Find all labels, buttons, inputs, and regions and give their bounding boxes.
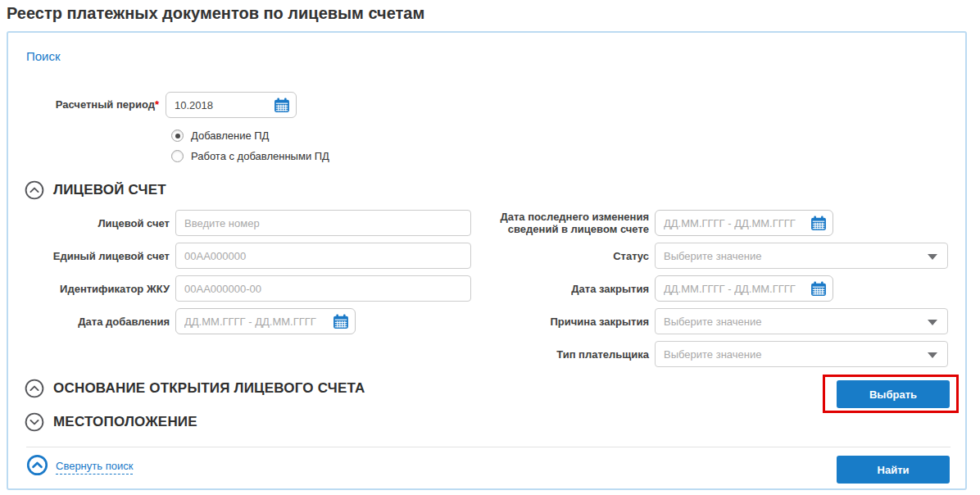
- section-location[interactable]: МЕСТОПОЛОЖЕНИЕ: [25, 412, 197, 432]
- radio-work-with-added-pd-label: Работа с добавленными ПД: [191, 150, 329, 162]
- date-added-label: Дата добавления: [8, 316, 170, 328]
- account-number-label: Лицевой счет: [8, 217, 170, 229]
- chevron-up-circle-icon[interactable]: [25, 180, 44, 200]
- status-select[interactable]: Выберите значение: [655, 243, 948, 269]
- find-button[interactable]: Найти: [837, 456, 950, 484]
- date-last-modified-label: Дата последнего изменения сведений в лиц…: [467, 211, 649, 235]
- section-account[interactable]: ЛИЦЕВОЙ СЧЕТ: [25, 180, 166, 200]
- radio-button-icon[interactable]: [171, 150, 184, 162]
- calendar-icon[interactable]: [333, 314, 349, 329]
- closing-reason-label: Причина закрытия: [467, 316, 649, 328]
- billing-period-field: [166, 92, 297, 118]
- section-account-title: ЛИЦЕВОЙ СЧЕТ: [53, 182, 166, 198]
- section-location-title: МЕСТОПОЛОЖЕНИЕ: [53, 414, 197, 430]
- date-closed-input[interactable]: [656, 276, 833, 301]
- payer-type-select[interactable]: Выберите значение: [655, 341, 948, 367]
- select-basis-button[interactable]: Выбрать: [837, 380, 950, 408]
- housing-service-id-input[interactable]: [175, 275, 471, 302]
- dropdown-caret-icon: [928, 320, 937, 325]
- unified-account-label: Единый лицевой счет: [8, 250, 170, 262]
- calendar-icon[interactable]: [810, 281, 827, 297]
- search-panel-title[interactable]: Поиск: [26, 49, 61, 63]
- chevron-down-circle-icon[interactable]: [25, 412, 44, 432]
- date-added-input[interactable]: [176, 309, 355, 334]
- status-select-value: Выберите значение: [664, 250, 761, 262]
- required-asterisk: *: [155, 98, 159, 111]
- footer-divider: [26, 447, 951, 447]
- billing-period-label: Расчетный период*: [8, 98, 159, 111]
- closing-reason-select[interactable]: Выберите значение: [655, 308, 948, 334]
- calendar-icon[interactable]: [810, 216, 827, 231]
- collapse-search-link[interactable]: Свернуть поиск: [56, 460, 133, 475]
- unified-account-input[interactable]: [175, 243, 471, 269]
- calendar-icon[interactable]: [274, 98, 290, 113]
- account-number-input[interactable]: [175, 210, 471, 236]
- page-title: Реестр платежных документов по лицевым с…: [7, 4, 424, 23]
- closing-reason-select-value: Выберите значение: [664, 316, 761, 328]
- housing-service-id-label: Идентификатор ЖКУ: [8, 283, 170, 295]
- dropdown-caret-icon: [928, 254, 937, 260]
- radio-work-with-added-pd[interactable]: Работа с добавленными ПД: [171, 150, 329, 162]
- dropdown-caret-icon: [928, 352, 937, 358]
- radio-button-icon[interactable]: [171, 129, 184, 142]
- payer-type-select-value: Выберите значение: [664, 348, 761, 361]
- date-closed-label: Дата закрытия: [467, 283, 649, 295]
- page: Реестр платежных документов по лицевым с…: [0, 0, 980, 495]
- chevron-up-circle-icon[interactable]: [25, 379, 44, 398]
- section-opening-basis[interactable]: ОСНОВАНИЕ ОТКРЫТИЯ ЛИЦЕВОГО СЧЕТА: [25, 379, 365, 398]
- search-panel: Поиск Расчетный период* Добавление ПД Ра…: [7, 31, 967, 490]
- section-opening-basis-title: ОСНОВАНИЕ ОТКРЫТИЯ ЛИЦЕВОГО СЧЕТА: [53, 380, 365, 397]
- date-last-modified-field: [655, 210, 833, 236]
- date-closed-field: [655, 275, 833, 302]
- date-last-modified-input[interactable]: [656, 211, 833, 235]
- payer-type-label: Тип плательщика: [467, 348, 649, 361]
- collapse-search-icon[interactable]: [26, 454, 48, 476]
- radio-add-pd[interactable]: Добавление ПД: [171, 129, 269, 142]
- date-added-field: [175, 308, 356, 334]
- status-label: Статус: [467, 250, 649, 262]
- radio-add-pd-label: Добавление ПД: [191, 129, 269, 142]
